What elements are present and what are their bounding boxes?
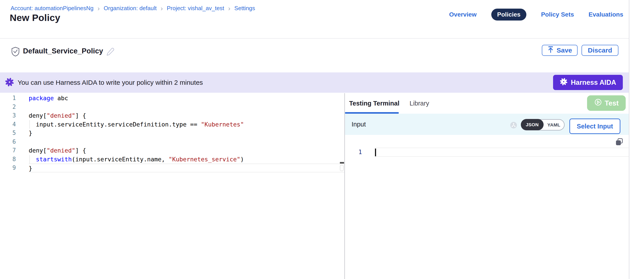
save-button[interactable]: Save bbox=[542, 45, 578, 56]
play-circle-icon bbox=[594, 98, 602, 108]
breadcrumb-project[interactable]: Project: vishal_av_test bbox=[167, 5, 224, 12]
code-line-content: deny["denied"] { bbox=[29, 111, 344, 120]
code-line-content: } bbox=[29, 129, 344, 138]
page-title: New Policy bbox=[10, 12, 60, 23]
nav-policies[interactable]: Policies bbox=[491, 8, 526, 20]
code-line-7[interactable]: 7deny["denied"] { bbox=[0, 146, 344, 155]
code-line-content: deny["denied"] { bbox=[29, 146, 344, 155]
harness-aida-button[interactable]: Harness AIDA bbox=[553, 75, 623, 90]
chevron-separator-icon: › bbox=[98, 6, 100, 11]
line-number: 7 bbox=[0, 146, 29, 155]
line-number: 6 bbox=[0, 138, 29, 146]
upload-icon bbox=[547, 46, 554, 55]
aida-pinwheel-icon bbox=[5, 78, 14, 88]
select-input-button[interactable]: Select Input bbox=[570, 118, 620, 134]
breadcrumb-settings[interactable]: Settings bbox=[234, 5, 255, 12]
aida-banner-message: You can use Harness AIDA to write your p… bbox=[18, 79, 203, 86]
input-line-content bbox=[374, 148, 629, 157]
page: { "header": { "breadcrumb": { "items": [… bbox=[0, 0, 644, 279]
nav-overview[interactable]: Overview bbox=[449, 11, 477, 18]
header-divider bbox=[0, 38, 629, 39]
code-lines: 1package abc23deny["denied"] {4 input.se… bbox=[0, 94, 344, 172]
format-option-yaml[interactable]: YAML bbox=[544, 122, 564, 128]
shield-check-icon bbox=[11, 46, 20, 58]
input-line-number: 1 bbox=[345, 148, 374, 157]
indent-guide bbox=[29, 155, 30, 164]
nav-evaluations[interactable]: Evaluations bbox=[588, 11, 623, 18]
code-line-content: } bbox=[29, 164, 344, 172]
discard-button[interactable]: Discard bbox=[582, 45, 618, 56]
tab-library[interactable]: Library bbox=[410, 100, 429, 107]
line-number: 2 bbox=[0, 103, 29, 112]
edit-pencil-icon[interactable] bbox=[106, 47, 115, 58]
line-number: 4 bbox=[0, 120, 29, 129]
line-number: 1 bbox=[0, 94, 29, 103]
aida-banner: You can use Harness AIDA to write your p… bbox=[0, 72, 629, 93]
code-line-2[interactable]: 2 bbox=[0, 103, 344, 112]
code-line-content: input.serviceEntity.serviceDefinition.ty… bbox=[29, 120, 344, 129]
breadcrumb-organization[interactable]: Organization: default bbox=[104, 5, 157, 12]
line-number: 8 bbox=[0, 155, 29, 164]
tab-testing-terminal[interactable]: Testing Terminal bbox=[349, 100, 400, 107]
test-button-label: Test bbox=[605, 99, 618, 107]
top-nav: Overview Policies Policy Sets Evaluation… bbox=[449, 9, 623, 20]
nav-policy-sets[interactable]: Policy Sets bbox=[541, 11, 574, 18]
code-line-content bbox=[29, 138, 344, 146]
code-line-4[interactable]: 4 input.serviceEntity.serviceDefinition.… bbox=[0, 120, 344, 129]
overview-ruler-cursor-marker bbox=[340, 162, 344, 164]
input-header: Input JSON YAML Select Input bbox=[345, 114, 629, 135]
code-line-3[interactable]: 3deny["denied"] { bbox=[0, 111, 344, 120]
copy-icon[interactable] bbox=[615, 138, 623, 146]
input-editor[interactable]: 1 bbox=[345, 135, 629, 279]
input-line-1[interactable]: 1 bbox=[345, 148, 629, 157]
format-option-json[interactable]: JSON bbox=[521, 119, 544, 130]
test-button[interactable]: Test bbox=[587, 95, 626, 111]
policy-code-editor[interactable]: 1package abc23deny["denied"] {4 input.se… bbox=[0, 93, 344, 279]
panel-tabbar: Testing Terminal Library Test bbox=[345, 93, 629, 114]
policy-name: Default_Service_Policy bbox=[23, 47, 103, 55]
branch-icon bbox=[510, 122, 517, 130]
harness-aida-button-label: Harness AIDA bbox=[571, 78, 616, 86]
chevron-separator-icon: › bbox=[161, 6, 163, 11]
code-line-8[interactable]: 8 startswith(input.serviceEntity.name, "… bbox=[0, 155, 344, 164]
content-right-border bbox=[629, 0, 630, 279]
code-line-6[interactable]: 6 bbox=[0, 138, 344, 146]
code-line-content bbox=[29, 103, 344, 112]
line-number: 9 bbox=[0, 164, 29, 172]
code-line-9[interactable]: 9} bbox=[0, 164, 344, 172]
testing-panel: Testing Terminal Library Test Input JSON… bbox=[345, 93, 629, 279]
discard-button-label: Discard bbox=[588, 46, 612, 54]
chevron-separator-icon: › bbox=[228, 6, 230, 11]
code-line-1[interactable]: 1package abc bbox=[0, 94, 344, 103]
line-number: 5 bbox=[0, 129, 29, 138]
code-line-content: startswith(input.serviceEntity.name, "Ku… bbox=[29, 155, 344, 164]
line-number: 3 bbox=[0, 111, 29, 120]
indent-guide bbox=[29, 120, 30, 129]
active-tab-underline bbox=[345, 112, 399, 114]
breadcrumb-account[interactable]: Account: automationPipelinesNg bbox=[10, 5, 94, 12]
aida-button-pinwheel-icon bbox=[560, 78, 568, 88]
breadcrumb: Account: automationPipelinesNg › Organiz… bbox=[10, 5, 255, 12]
save-button-label: Save bbox=[556, 46, 572, 54]
format-toggle: JSON YAML bbox=[521, 119, 564, 130]
code-line-5[interactable]: 5} bbox=[0, 129, 344, 138]
text-cursor bbox=[375, 148, 376, 156]
input-label: Input bbox=[352, 121, 366, 128]
scrollbar-slider[interactable] bbox=[340, 165, 344, 171]
code-line-content: package abc bbox=[29, 94, 344, 103]
